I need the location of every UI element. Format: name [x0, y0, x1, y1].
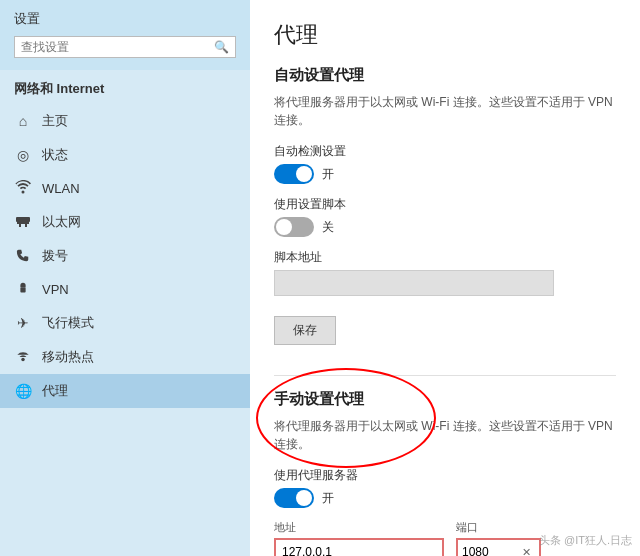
vpn-icon — [14, 281, 32, 298]
use-script-label: 使用设置脚本 — [274, 196, 616, 213]
auto-section-desc: 将代理服务器用于以太网或 Wi-Fi 连接。这些设置不适用于 VPN 连接。 — [274, 93, 616, 129]
sidebar-item-hotspot-label: 移动热点 — [42, 348, 94, 366]
use-script-toggle-container: 关 — [274, 217, 616, 237]
sidebar-top: 设置 🔍 — [0, 0, 250, 70]
search-box[interactable]: 🔍 — [14, 36, 236, 58]
main-content: 代理 自动设置代理 将代理服务器用于以太网或 Wi-Fi 连接。这些设置不适用于… — [250, 0, 640, 556]
svg-rect-3 — [25, 224, 27, 227]
auto-section-title: 自动设置代理 — [274, 66, 616, 85]
divider — [274, 375, 616, 376]
address-input[interactable] — [274, 538, 444, 556]
script-address-label: 脚本地址 — [274, 249, 616, 266]
sidebar-item-home[interactable]: ⌂ 主页 — [0, 104, 250, 138]
sidebar-item-home-label: 主页 — [42, 112, 68, 130]
wlan-icon — [14, 180, 32, 197]
sidebar-item-vpn[interactable]: VPN — [0, 273, 250, 306]
sidebar-item-ethernet-label: 以太网 — [42, 213, 81, 231]
ethernet-icon — [14, 214, 32, 231]
svg-rect-1 — [16, 217, 30, 222]
sidebar-item-ethernet[interactable]: 以太网 — [0, 205, 250, 239]
main-wrapper: 代理 自动设置代理 将代理服务器用于以太网或 Wi-Fi 连接。这些设置不适用于… — [250, 0, 640, 556]
manual-section: 手动设置代理 将代理服务器用于以太网或 Wi-Fi 连接。这些设置不适用于 VP… — [274, 390, 616, 556]
network-section-label: 网络和 Internet — [0, 70, 250, 104]
use-proxy-toggle-knob — [296, 490, 312, 506]
manual-section-title: 手动设置代理 — [274, 390, 616, 409]
svg-rect-4 — [20, 287, 25, 292]
address-label: 地址 — [274, 520, 444, 535]
proxy-icon: 🌐 — [14, 383, 32, 399]
search-icon: 🔍 — [214, 40, 229, 54]
sidebar-item-dial-label: 拨号 — [42, 247, 68, 265]
use-proxy-toggle[interactable] — [274, 488, 314, 508]
svg-rect-2 — [19, 224, 21, 227]
port-input[interactable] — [458, 540, 518, 556]
sidebar-item-proxy-label: 代理 — [42, 382, 68, 400]
sidebar-item-dial[interactable]: 拨号 — [0, 239, 250, 273]
sidebar-item-proxy[interactable]: 🌐 代理 — [0, 374, 250, 408]
script-address-row: 脚本地址 — [274, 249, 616, 304]
status-icon: ◎ — [14, 147, 32, 163]
airplane-icon: ✈ — [14, 315, 32, 331]
auto-detect-row: 自动检测设置 开 — [274, 143, 616, 184]
use-script-state: 关 — [322, 219, 334, 236]
svg-rect-0 — [17, 222, 29, 224]
address-group: 地址 — [274, 520, 444, 556]
port-group: 端口 ✕ — [456, 520, 541, 556]
svg-point-5 — [21, 357, 25, 361]
auto-detect-label: 自动检测设置 — [274, 143, 616, 160]
use-proxy-row: 使用代理服务器 开 — [274, 467, 616, 508]
manual-section-desc: 将代理服务器用于以太网或 Wi-Fi 连接。这些设置不适用于 VPN 连接。 — [274, 417, 616, 453]
auto-detect-toggle[interactable] — [274, 164, 314, 184]
dial-icon — [14, 248, 32, 265]
use-script-toggle-knob — [276, 219, 292, 235]
auto-detect-toggle-knob — [296, 166, 312, 182]
sidebar-item-hotspot[interactable]: 移动热点 — [0, 340, 250, 374]
auto-detect-state: 开 — [322, 166, 334, 183]
page-title: 代理 — [274, 20, 616, 50]
settings-title: 设置 — [14, 10, 236, 28]
sidebar-item-wlan-label: WLAN — [42, 181, 80, 196]
nav-items: ⌂ 主页 ◎ 状态 WLAN 以太网 拨号 — [0, 104, 250, 408]
use-proxy-label: 使用代理服务器 — [274, 467, 616, 484]
use-proxy-state: 开 — [322, 490, 334, 507]
search-input[interactable] — [21, 40, 214, 54]
home-icon: ⌂ — [14, 113, 32, 129]
port-clear-button[interactable]: ✕ — [518, 546, 535, 557]
sidebar-item-airplane-label: 飞行模式 — [42, 314, 94, 332]
script-address-input[interactable] — [274, 270, 554, 296]
use-script-row: 使用设置脚本 关 — [274, 196, 616, 237]
port-label: 端口 — [456, 520, 541, 535]
sidebar-item-wlan[interactable]: WLAN — [0, 172, 250, 205]
sidebar-item-vpn-label: VPN — [42, 282, 69, 297]
auto-detect-toggle-container: 开 — [274, 164, 616, 184]
sidebar-item-status[interactable]: ◎ 状态 — [0, 138, 250, 172]
sidebar-item-airplane[interactable]: ✈ 飞行模式 — [0, 306, 250, 340]
use-proxy-toggle-container: 开 — [274, 488, 616, 508]
port-input-wrapper: ✕ — [456, 538, 541, 556]
hotspot-icon — [14, 349, 32, 366]
watermark: 头条 @IT狂人.日志 — [539, 533, 632, 548]
use-script-toggle[interactable] — [274, 217, 314, 237]
save-button[interactable]: 保存 — [274, 316, 336, 345]
sidebar: 设置 🔍 网络和 Internet ⌂ 主页 ◎ 状态 WLAN 以太网 — [0, 0, 250, 556]
sidebar-item-status-label: 状态 — [42, 146, 68, 164]
